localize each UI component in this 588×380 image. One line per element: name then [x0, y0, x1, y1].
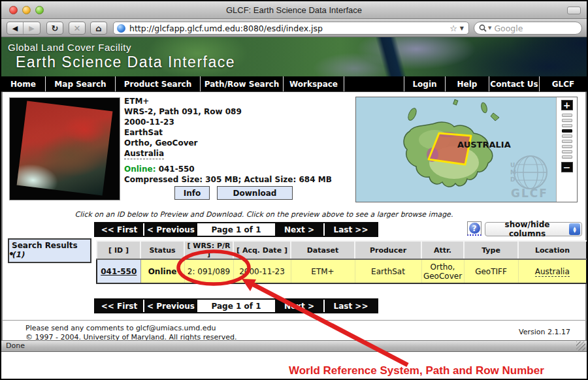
previous-page-button[interactable]: < Previous: [144, 223, 197, 236]
nav-contact-us[interactable]: Contact Us: [489, 76, 540, 91]
pagination-top: << First < Previous Page 1 of 1 Next > L…: [94, 222, 378, 237]
meta-location-link[interactable]: Australia: [124, 148, 164, 159]
back-forward-buttons: ◀ ▶: [7, 22, 41, 35]
stop-button[interactable]: ✕: [69, 22, 86, 35]
web-search-field[interactable]: ▼: [474, 22, 582, 35]
svg-text:D: D: [510, 176, 515, 183]
meta-date: 2000-11-23: [124, 117, 353, 127]
zoom-level-bar[interactable]: [562, 124, 572, 127]
zoom-level-bar[interactable]: [562, 155, 572, 159]
site-name: Global Land Cover Facility: [8, 42, 131, 53]
nav-path-row-search[interactable]: Path/Row Search: [201, 76, 284, 91]
meta-producer: EarthSat: [124, 127, 353, 138]
next-page-button[interactable]: Next >: [275, 300, 323, 312]
search-results-box: • Search Results (1): [8, 238, 91, 263]
zoom-out-button[interactable]: −: [561, 162, 573, 172]
search-results-label: Search Results: [12, 241, 88, 250]
zoom-level-bar[interactable]: [562, 150, 572, 153]
zoom-level-bar-current[interactable]: [562, 129, 572, 133]
map-country-label: AUSTRALIA: [457, 140, 511, 150]
previous-page-button[interactable]: < Previous: [144, 300, 197, 312]
nav-spacer: [344, 76, 404, 91]
home-button[interactable]: ⌂: [90, 22, 107, 35]
window-title: GLCF: Earth Science Data Interface: [1, 5, 587, 15]
cell-producer: EarthSat: [355, 259, 421, 283]
zoom-level-bar[interactable]: [562, 145, 572, 148]
zoom-level-bar[interactable]: [562, 119, 572, 122]
bullet-icon: •: [8, 249, 14, 259]
col-attr: Attr.: [421, 241, 464, 259]
search-input[interactable]: [494, 24, 588, 33]
cell-attr: Ortho, GeoCover: [421, 259, 464, 283]
meta-size: Compressed Size: 305 MB; Actual Size: 68…: [124, 174, 353, 185]
col-dataset: Dataset: [291, 241, 355, 259]
cell-wrs: 2: 091/089: [184, 259, 233, 283]
last-page-button[interactable]: Last >>: [325, 300, 377, 312]
help-icon[interactable]: ?: [467, 221, 482, 236]
zoom-in-button[interactable]: +: [561, 100, 573, 110]
nav-workspace[interactable]: Workspace: [284, 76, 344, 91]
forward-button[interactable]: ▶: [24, 22, 40, 34]
site-subtitle: Earth Science Data Interface: [16, 54, 235, 71]
toolbar-toggle-widget[interactable]: [567, 7, 581, 14]
results-table: [ ID ] Status [ WRS: P/R ] [ Acq. Date ]…: [96, 240, 587, 284]
footer-divider: [3, 320, 588, 321]
col-acq-date[interactable]: [ Acq. Date ]: [233, 241, 291, 259]
screenshot-root: GLCF: Earth Science Data Interface ◀ ▶ ↻…: [0, 0, 588, 380]
window-titlebar[interactable]: GLCF: Earth Science Data Interface: [1, 1, 587, 19]
satellite-scene-thumbnail: [17, 101, 113, 195]
table-header-row: [ ID ] Status [ WRS: P/R ] [ Acq. Date ]…: [97, 241, 587, 259]
search-engine-dropdown-icon[interactable]: ▼: [488, 25, 491, 31]
bookmark-star-icon[interactable]: ☆: [449, 24, 457, 33]
locator-map[interactable]: AUSTRALIA U M D GLCF +: [355, 97, 578, 202]
nav-login[interactable]: Login: [404, 76, 446, 91]
nav-glcf[interactable]: GLCF: [540, 76, 587, 91]
next-page-button[interactable]: Next >: [275, 223, 323, 236]
scene-metadata: ETM+ WRS-2, Path 091, Row 089 2000-11-23…: [124, 96, 353, 185]
browser-statusbar: [1, 340, 587, 352]
info-button[interactable]: Info: [174, 186, 210, 200]
search-results-count: (1): [12, 250, 88, 259]
annotation-label: World Reference System, Path and Row Num…: [289, 364, 576, 377]
columns-select[interactable]: show/hide columns ▲▼: [485, 222, 582, 236]
first-page-button[interactable]: << First: [95, 223, 143, 236]
zoom-level-bar[interactable]: [562, 135, 572, 138]
nav-help[interactable]: Help: [446, 76, 489, 91]
online-status-label: Online:: [124, 165, 155, 174]
page-indicator: Page 1 of 1: [199, 300, 274, 312]
col-id[interactable]: [ ID ]: [97, 241, 140, 259]
cell-location-link[interactable]: Australia: [535, 267, 570, 277]
first-page-button[interactable]: << First: [95, 300, 143, 312]
col-status: Status: [140, 241, 184, 259]
col-wrs[interactable]: [ WRS: P/R ]: [184, 241, 233, 259]
select-stepper-icon: ▲▼: [569, 223, 580, 235]
meta-wrs: WRS-2, Path 091, Row 089: [124, 106, 353, 117]
url-dropdown-icon[interactable]: ▼: [460, 25, 464, 31]
last-page-button[interactable]: Last >>: [325, 223, 377, 236]
svg-text:M: M: [510, 169, 516, 176]
nav-home[interactable]: Home: [1, 76, 46, 91]
pagination-bottom: << First < Previous Page 1 of 1 Next > L…: [94, 298, 378, 313]
svg-text:U: U: [510, 162, 515, 168]
address-bar[interactable]: ☆ ▼: [113, 22, 469, 35]
zoom-level-bars: [562, 114, 572, 159]
question-mark-icon: ?: [469, 223, 480, 234]
col-type: Type: [464, 241, 518, 259]
svg-text:GLCF: GLCF: [511, 187, 548, 200]
scene-preview-image[interactable]: [9, 97, 120, 200]
zoom-level-bar[interactable]: [562, 114, 572, 117]
scene-id-link[interactable]: 041-550: [101, 267, 137, 276]
download-button[interactable]: Download: [217, 186, 293, 200]
status-text: Done: [6, 341, 25, 350]
cell-dataset: ETM+: [291, 259, 355, 283]
back-button[interactable]: ◀: [7, 22, 24, 34]
reload-button[interactable]: ↻: [46, 22, 63, 35]
url-input[interactable]: [129, 24, 449, 33]
zoom-level-bar[interactable]: [562, 140, 572, 143]
resize-grip-icon[interactable]: [576, 341, 585, 351]
nav-product-search[interactable]: Product Search: [116, 76, 201, 91]
nav-map-search[interactable]: Map Search: [46, 76, 116, 91]
map-zoom-control: + −: [556, 97, 577, 202]
site-favicon-globe-icon: [117, 24, 125, 33]
footer-comments: Please send any comments to glcf@umiacs.…: [25, 324, 216, 332]
